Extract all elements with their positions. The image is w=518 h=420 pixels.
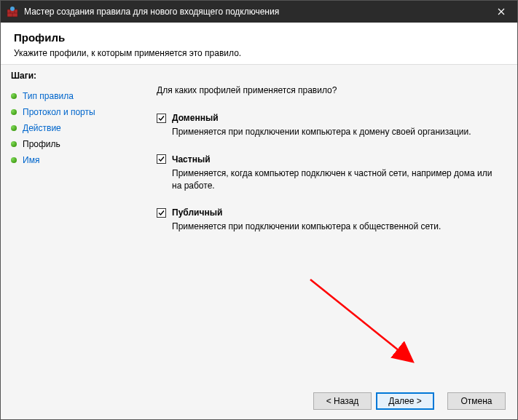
profile-private: Частный Применяется, когда компьютер под…	[157, 154, 500, 192]
svg-line-6	[310, 280, 410, 360]
bullet-icon	[11, 93, 17, 99]
firewall-icon	[7, 6, 18, 17]
step-label: Протокол и порты	[23, 107, 95, 117]
checkbox-private[interactable]	[157, 154, 166, 164]
step-action[interactable]: Действие	[11, 120, 139, 136]
bullet-icon	[11, 141, 17, 147]
annotation-arrow	[307, 276, 423, 371]
bullet-icon	[11, 157, 17, 163]
step-profile[interactable]: Профиль	[11, 136, 139, 152]
step-protocol-ports[interactable]: Протокол и порты	[11, 104, 139, 120]
bullet-icon	[11, 125, 17, 131]
step-label: Профиль	[23, 139, 60, 149]
close-button[interactable]	[484, 1, 517, 23]
step-label: Действие	[23, 123, 61, 133]
checkbox-label: Публичный	[172, 207, 222, 218]
checkbox-desc: Применяется, когда компьютер подключен к…	[172, 167, 493, 192]
steps-heading: Шаги:	[11, 71, 139, 81]
profile-domain: Доменный Применяется при подключении ком…	[157, 113, 500, 138]
checkbox-desc: Применяется при подключении компьютера к…	[172, 221, 493, 233]
step-name[interactable]: Имя	[11, 152, 139, 168]
bullet-icon	[11, 109, 17, 115]
back-button[interactable]: < Назад	[313, 392, 372, 410]
checkbox-public[interactable]	[157, 208, 166, 218]
checkbox-desc: Применяется при подключении компьютера к…	[172, 126, 493, 138]
step-rule-type[interactable]: Тип правила	[11, 88, 139, 104]
content-question: Для каких профилей применяется правило?	[157, 85, 500, 95]
checkbox-domain[interactable]	[157, 114, 166, 123]
cancel-button[interactable]: Отмена	[447, 392, 506, 410]
window-title: Мастер создания правила для нового входя…	[24, 7, 484, 17]
svg-point-5	[10, 7, 15, 11]
checkbox-label: Частный	[172, 154, 211, 165]
wizard-window: Мастер создания правила для нового входя…	[0, 0, 518, 420]
step-label: Тип правила	[23, 91, 74, 101]
wizard-footer: < Назад Далее > Отмена	[1, 383, 517, 419]
next-button[interactable]: Далее >	[376, 392, 434, 410]
wizard-header: Профиль Укажите профили, к которым приме…	[1, 23, 517, 64]
titlebar: Мастер создания правила для нового входя…	[1, 1, 517, 23]
page-title: Профиль	[14, 31, 504, 44]
step-label: Имя	[23, 155, 39, 165]
steps-panel: Шаги: Тип правила Протокол и порты Дейст…	[1, 65, 139, 383]
profile-public: Публичный Применяется при подключении ко…	[157, 207, 500, 233]
content-panel: Для каких профилей применяется правило? …	[139, 65, 517, 383]
wizard-body: Шаги: Тип правила Протокол и порты Дейст…	[1, 64, 517, 383]
page-subtitle: Укажите профили, к которым применяется э…	[14, 48, 504, 58]
checkbox-label: Доменный	[172, 113, 219, 123]
